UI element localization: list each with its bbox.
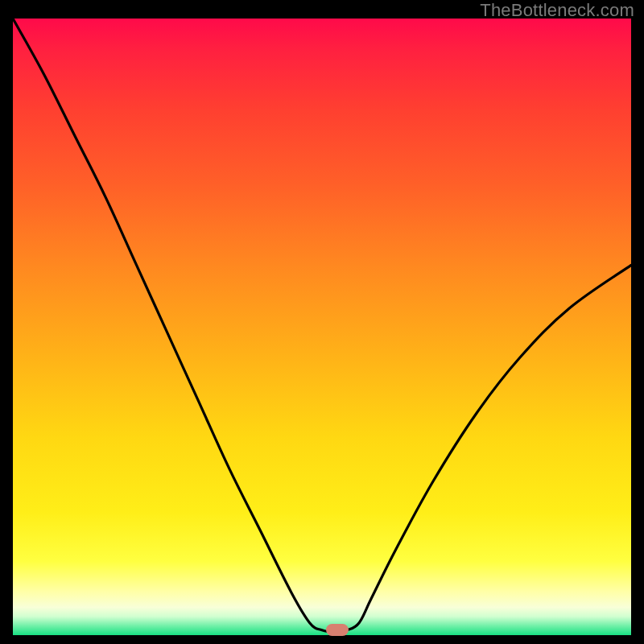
plot-frame <box>13 19 631 635</box>
optimal-point-marker <box>326 624 349 636</box>
bottleneck-curve <box>13 19 631 635</box>
watermark-text: TheBottleneck.com <box>480 0 634 21</box>
